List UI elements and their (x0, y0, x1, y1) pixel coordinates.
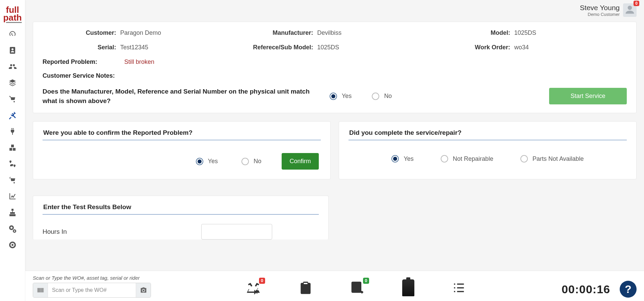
lifebuoy-icon (8, 241, 17, 250)
avatar[interactable]: 0 (623, 3, 637, 17)
radio-empty-icon (520, 155, 528, 162)
customer-label: Customer: (43, 29, 120, 36)
parts-na-label: Parts Not Available (533, 155, 584, 162)
timer-display: 00:00:16 (562, 283, 610, 296)
layers-icon (8, 79, 17, 88)
recycle-badge: 0 (259, 278, 265, 284)
nav-service[interactable] (6, 111, 19, 121)
nav-contacts[interactable] (6, 46, 19, 56)
list-button[interactable] (452, 280, 466, 297)
reference-value: 1025DS (317, 44, 339, 51)
match-yes-option[interactable]: Yes (330, 93, 352, 100)
notification-badge: 0 (634, 1, 639, 6)
start-service-button[interactable]: Start Service (549, 88, 627, 104)
customer-value: Paragon Demo (120, 29, 161, 36)
workorder-value: wo34 (514, 44, 529, 51)
confirm-yes-label: Yes (208, 158, 218, 165)
brand-line-2: path (3, 14, 22, 22)
medical-device-icon (350, 291, 365, 296)
radio-empty-icon (441, 155, 448, 162)
nav-inventory[interactable] (6, 144, 19, 153)
service-notes-label: Customer Service Notes: (43, 72, 627, 79)
radio-empty-icon (372, 93, 379, 100)
test-results-panel: Enter the Test Results Below Hours In (33, 196, 329, 240)
camera-button[interactable] (136, 283, 151, 297)
confirm-yes-option[interactable]: Yes (196, 158, 218, 165)
svg-rect-1 (352, 282, 361, 292)
nav-help[interactable] (6, 241, 19, 250)
list-icon (452, 291, 466, 296)
hours-in-label: Hours In (43, 228, 188, 235)
serial-value: Test12345 (120, 44, 148, 51)
scan-input-group (33, 283, 151, 298)
help-button[interactable]: ? (620, 281, 637, 298)
nav-layers[interactable] (6, 79, 19, 88)
nav-cart-out[interactable] (6, 176, 19, 185)
brand-logo: full path (3, 6, 22, 22)
topbar: Steve Young Demo Customer 0 (25, 0, 644, 19)
sitemap-icon (8, 208, 17, 218)
user-icon (625, 4, 635, 16)
nav-users[interactable] (6, 62, 19, 72)
confirm-problem-panel: Were you able to confirm the Reported Pr… (33, 121, 331, 179)
radio-selected-icon (196, 158, 203, 165)
plug-icon (8, 127, 17, 137)
nav-org[interactable] (6, 208, 19, 218)
complete-service-panel: Did you complete the service/repair? Yes… (339, 121, 637, 179)
user-role: Demo Customer (580, 12, 620, 17)
reported-problem-value: Still broken (124, 58, 154, 66)
not-repairable-option[interactable]: Not Repairable (441, 155, 493, 162)
users-icon (8, 62, 17, 72)
nav-power[interactable] (6, 127, 19, 137)
complete-service-title: Did you complete the service/repair? (349, 129, 627, 140)
scan-input[interactable] (48, 283, 136, 297)
oxygen-concentrator-icon (402, 279, 414, 296)
hours-in-input[interactable] (201, 224, 272, 240)
user-block[interactable]: Steve Young Demo Customer (580, 4, 620, 17)
match-yes-label: Yes (342, 93, 352, 100)
complete-yes-option[interactable]: Yes (391, 155, 413, 162)
serial-label: Serial: (43, 44, 120, 51)
dolly-out-icon (8, 176, 17, 185)
parts-na-option[interactable]: Parts Not Available (520, 155, 584, 162)
header-panel: Customer:Paragon Demo Manufacturer:Devil… (33, 22, 637, 113)
svg-point-0 (628, 6, 632, 10)
map-pin-route-icon (8, 160, 17, 169)
confirm-button[interactable]: Confirm (282, 153, 319, 170)
address-book-icon (8, 46, 17, 56)
chart-line-icon (8, 192, 17, 202)
nav-route[interactable] (6, 160, 19, 169)
reference-label: Referece/Sub Model: (239, 44, 317, 51)
manufacturer-label: Manufacturer: (239, 29, 317, 36)
confirm-problem-title: Were you able to confirm the Reported Pr… (43, 129, 321, 140)
concentrator-button[interactable] (402, 279, 414, 298)
manufacturer-value: Devilbiss (317, 29, 341, 36)
match-no-option[interactable]: No (372, 93, 392, 100)
complete-yes-label: Yes (404, 155, 413, 162)
model-label: Model: (437, 29, 514, 36)
dolly-in-icon (8, 95, 17, 104)
nav-dashboard[interactable] (6, 30, 19, 40)
gauge-icon (8, 30, 17, 40)
nav-settings[interactable] (6, 225, 19, 234)
nav-reports[interactable] (6, 192, 19, 202)
workorder-label: Work Order: (437, 44, 514, 51)
clipboard-icon (298, 291, 313, 296)
device-button[interactable]: 0 (350, 280, 365, 297)
svg-point-2 (354, 284, 356, 286)
scan-hint: Scan or Type the WO#, asset tag, serial … (33, 275, 151, 281)
radio-selected-icon (330, 93, 337, 100)
radio-empty-icon (241, 158, 249, 165)
test-results-title: Enter the Test Results Below (43, 203, 319, 215)
radio-selected-icon (391, 155, 399, 162)
reported-problem-label: Reported Problem: (43, 58, 124, 66)
sidebar: full path (0, 0, 25, 301)
sidebar-nav (6, 30, 19, 250)
confirm-no-option[interactable]: No (241, 158, 261, 165)
match-no-label: No (384, 93, 392, 100)
nav-cart-in[interactable] (6, 95, 19, 104)
match-radio-group: Yes No (330, 93, 392, 100)
clipboard-button[interactable] (298, 280, 313, 297)
recycle-button[interactable]: 0 (246, 280, 261, 297)
barcode-icon (33, 283, 48, 297)
